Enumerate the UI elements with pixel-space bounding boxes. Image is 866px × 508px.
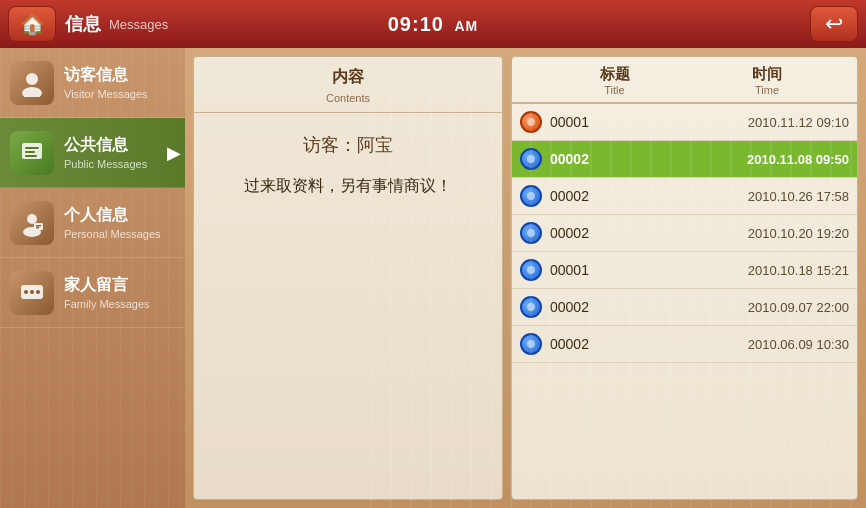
time-suffix: AM <box>454 18 478 34</box>
public-label-zh: 公共信息 <box>64 135 147 156</box>
message-content-panel: 内容 Contents 访客：阿宝 过来取资料，另有事情商议！ <box>193 56 503 500</box>
list-col-time: 时间 Time <box>677 65 857 96</box>
back-button[interactable]: ↩ <box>810 6 858 42</box>
list-row[interactable]: 000012010.10.18 15:21 <box>512 252 857 289</box>
row-title-3: 00002 <box>550 188 689 204</box>
main-layout: 访客信息 Visitor Messages 公共信息 Public Messag… <box>0 48 866 508</box>
list-col-title: 标题 Title <box>512 65 677 96</box>
svg-rect-9 <box>36 225 41 227</box>
header-title-en: Messages <box>109 17 168 32</box>
list-row[interactable]: 000012010.11.12 09:10 <box>512 104 857 141</box>
sidebar: 访客信息 Visitor Messages 公共信息 Public Messag… <box>0 48 185 508</box>
row-title-1: 00001 <box>550 114 689 130</box>
sidebar-item-personal[interactable]: 个人信息 Personal Messages <box>0 188 185 258</box>
content-header-zh: 内容 <box>332 68 364 85</box>
personal-icon <box>10 201 54 245</box>
sidebar-item-visitor[interactable]: 访客信息 Visitor Messages <box>0 48 185 118</box>
family-icon <box>10 271 54 315</box>
public-label-en: Public Messages <box>64 158 147 170</box>
row-dot-5 <box>520 259 542 281</box>
svg-point-0 <box>26 73 38 85</box>
list-row[interactable]: 000022010.11.08 09:50 <box>512 141 857 178</box>
row-time-5: 2010.10.18 15:21 <box>689 263 849 278</box>
public-arrow-icon: ▶ <box>167 142 181 164</box>
row-title-7: 00002 <box>550 336 689 352</box>
row-time-4: 2010.10.20 19:20 <box>689 226 849 241</box>
list-row[interactable]: 000022010.09.07 22:00 <box>512 289 857 326</box>
col-time-en: Time <box>677 84 857 96</box>
personal-label-zh: 个人信息 <box>64 205 161 226</box>
message-list-rows: 000012010.11.12 09:10000022010.11.08 09:… <box>512 104 857 499</box>
row-dot-1 <box>520 111 542 133</box>
svg-rect-4 <box>25 151 35 153</box>
family-text: 家人留言 Family Messages <box>64 275 150 310</box>
personal-text: 个人信息 Personal Messages <box>64 205 161 240</box>
message-body: 访客：阿宝 过来取资料，另有事情商议！ <box>194 113 502 499</box>
header-title-area: 信息 Messages <box>65 0 168 48</box>
visitor-label-en: Visitor Messages <box>64 88 148 100</box>
svg-point-1 <box>22 87 42 97</box>
svg-rect-3 <box>25 147 39 149</box>
row-time-3: 2010.10.26 17:58 <box>689 189 849 204</box>
header-title-zh: 信息 <box>65 12 101 36</box>
row-dot-2 <box>520 148 542 170</box>
row-time-6: 2010.09.07 22:00 <box>689 300 849 315</box>
row-dot-3 <box>520 185 542 207</box>
row-dot-6 <box>520 296 542 318</box>
family-label-en: Family Messages <box>64 298 150 310</box>
list-row[interactable]: 000022010.06.09 10:30 <box>512 326 857 363</box>
svg-point-6 <box>27 214 37 224</box>
visitor-text: 访客信息 Visitor Messages <box>64 65 148 100</box>
public-text: 公共信息 Public Messages <box>64 135 147 170</box>
svg-point-13 <box>30 290 34 294</box>
row-title-2: 00002 <box>550 151 689 167</box>
public-icon <box>10 131 54 175</box>
svg-rect-5 <box>25 155 37 157</box>
back-icon: ↩ <box>825 11 843 37</box>
header: 🏠 信息 Messages 09:10 AM ↩ <box>0 0 866 48</box>
list-row[interactable]: 000022010.10.26 17:58 <box>512 178 857 215</box>
visitor-label-zh: 访客信息 <box>64 65 148 86</box>
sidebar-item-public[interactable]: 公共信息 Public Messages ▶ <box>0 118 185 188</box>
home-icon: 🏠 <box>20 12 45 36</box>
message-text: 过来取资料，另有事情商议！ <box>210 173 486 199</box>
row-time-1: 2010.11.12 09:10 <box>689 115 849 130</box>
personal-label-en: Personal Messages <box>64 228 161 240</box>
row-time-2: 2010.11.08 09:50 <box>689 152 849 167</box>
svg-point-12 <box>24 290 28 294</box>
row-title-4: 00002 <box>550 225 689 241</box>
row-title-6: 00002 <box>550 299 689 315</box>
svg-point-14 <box>36 290 40 294</box>
message-sender: 访客：阿宝 <box>210 133 486 157</box>
list-row[interactable]: 000022010.10.20 19:20 <box>512 215 857 252</box>
messages-list-panel: 标题 Title 时间 Time 000012010.11.12 09:1000… <box>511 56 858 500</box>
row-dot-7 <box>520 333 542 355</box>
time-display: 09:10 <box>388 13 444 35</box>
visitor-icon <box>10 61 54 105</box>
content-panel-header: 内容 Contents <box>194 57 502 113</box>
svg-rect-10 <box>36 227 39 229</box>
row-title-5: 00001 <box>550 262 689 278</box>
row-dot-4 <box>520 222 542 244</box>
family-label-zh: 家人留言 <box>64 275 150 296</box>
content-header-en: Contents <box>326 92 370 104</box>
header-time: 09:10 AM <box>388 13 479 36</box>
col-title-zh: 标题 <box>552 65 677 84</box>
home-button[interactable]: 🏠 <box>8 6 56 42</box>
sidebar-item-family[interactable]: 家人留言 Family Messages <box>0 258 185 328</box>
col-title-en: Title <box>552 84 677 96</box>
list-header: 标题 Title 时间 Time <box>512 57 857 104</box>
col-time-zh: 时间 <box>677 65 857 84</box>
content-area: 内容 Contents 访客：阿宝 过来取资料，另有事情商议！ 标题 Title… <box>185 48 866 508</box>
row-time-7: 2010.06.09 10:30 <box>689 337 849 352</box>
